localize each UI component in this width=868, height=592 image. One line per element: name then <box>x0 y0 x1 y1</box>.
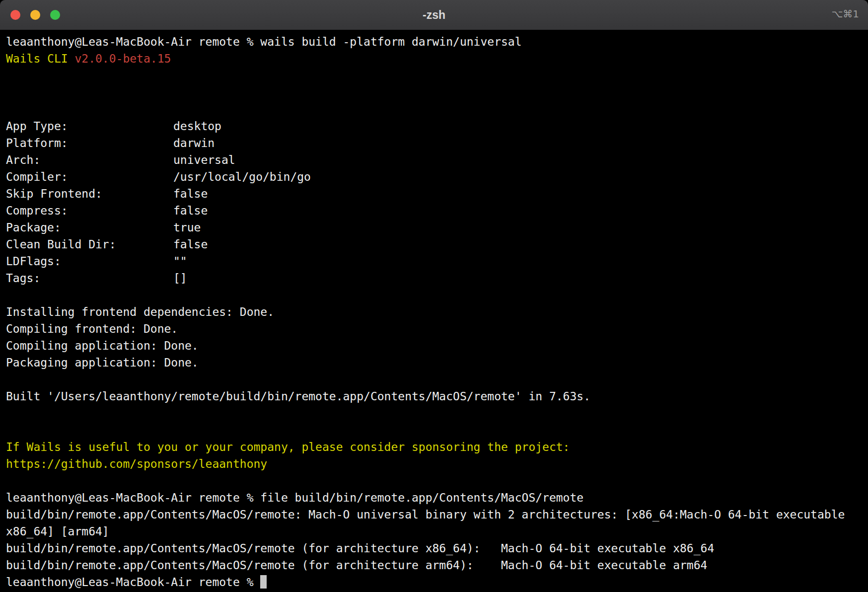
blank-line <box>6 405 862 422</box>
titlebar[interactable]: -zsh ⌥⌘1 <box>0 0 868 30</box>
zoom-button[interactable] <box>50 10 60 20</box>
config-value: [] <box>173 272 187 285</box>
blank-line <box>6 101 862 118</box>
config-row: Platform:darwin <box>6 135 862 151</box>
config-value: false <box>173 187 208 200</box>
config-label: Skip Frontend: <box>6 185 173 202</box>
blank-line <box>6 67 862 84</box>
blank-line <box>6 84 862 101</box>
wails-cli-label: Wails CLI <box>6 52 74 65</box>
config-row: Compress:false <box>6 202 862 219</box>
config-value: "" <box>173 255 187 268</box>
config-row: Skip Frontend:false <box>6 185 862 202</box>
config-label: Compiler: <box>6 168 173 185</box>
terminal-screen[interactable]: leaanthony@Leas-MacBook-Air remote % wai… <box>0 30 868 592</box>
build-step: Compiling frontend: Done. <box>6 320 862 337</box>
config-label: App Type: <box>6 118 173 135</box>
prompt-command-file: leaanthony@Leas-MacBook-Air remote % fil… <box>6 491 583 504</box>
config-label: LDFlags: <box>6 253 173 270</box>
sponsor-link[interactable]: https://github.com/sponsors/leaanthony <box>6 455 862 472</box>
build-result: Built '/Users/leaanthony/remote/build/bi… <box>6 388 862 405</box>
config-row: Arch:universal <box>6 151 862 168</box>
file-output-line: build/bin/remote.app/Contents/MacOS/remo… <box>6 557 862 574</box>
prompt-command-build: leaanthony@Leas-MacBook-Air remote % wai… <box>6 35 522 48</box>
minimize-button[interactable] <box>30 10 40 20</box>
build-step: Packaging application: Done. <box>6 354 862 371</box>
config-label: Clean Build Dir: <box>6 236 173 253</box>
blank-line <box>6 287 862 303</box>
file-output-line: build/bin/remote.app/Contents/MacOS/remo… <box>6 540 862 557</box>
close-button[interactable] <box>10 10 20 20</box>
config-value: true <box>173 221 201 234</box>
traffic-lights <box>10 10 60 20</box>
file-output-line: x86_64] [arm64] <box>6 523 862 540</box>
config-row: App Type:desktop <box>6 118 862 135</box>
config-value: desktop <box>173 120 221 133</box>
config-value: /usr/local/go/bin/go <box>173 170 311 183</box>
prompt-current: leaanthony@Leas-MacBook-Air remote % <box>6 576 260 589</box>
file-output-line: build/bin/remote.app/Contents/MacOS/remo… <box>6 506 862 523</box>
build-step: Compiling application: Done. <box>6 337 862 354</box>
config-label: Platform: <box>6 135 173 151</box>
terminal-line: Wails CLI v2.0.0-beta.15 <box>6 50 862 67</box>
config-label: Arch: <box>6 151 173 168</box>
terminal-line: leaanthony@Leas-MacBook-Air remote % <box>6 574 862 591</box>
window-title: -zsh <box>0 8 868 22</box>
terminal-line: leaanthony@Leas-MacBook-Air remote % wai… <box>6 33 862 50</box>
text-cursor[interactable] <box>260 575 267 589</box>
config-row: Tags:[] <box>6 270 862 287</box>
config-value: universal <box>173 153 235 166</box>
config-row: Clean Build Dir:false <box>6 236 862 253</box>
blank-line <box>6 371 862 388</box>
terminal-window: -zsh ⌥⌘1 leaanthony@Leas-MacBook-Air rem… <box>0 0 868 592</box>
sponsor-message: If Wails is useful to you or your compan… <box>6 439 862 455</box>
config-value: darwin <box>173 137 215 149</box>
config-value: false <box>173 238 208 251</box>
config-row: LDFlags:"" <box>6 253 862 270</box>
wails-cli-version: v2.0.0-beta.15 <box>74 52 171 65</box>
blank-line <box>6 472 862 489</box>
config-row: Compiler:/usr/local/go/bin/go <box>6 168 862 185</box>
config-value: false <box>173 204 208 217</box>
config-row: Package:true <box>6 219 862 236</box>
config-label: Package: <box>6 219 173 236</box>
blank-line <box>6 422 862 439</box>
terminal-line: leaanthony@Leas-MacBook-Air remote % fil… <box>6 489 862 506</box>
build-step: Installing frontend dependencies: Done. <box>6 303 862 320</box>
window-shortcut-badge: ⌥⌘1 <box>831 8 859 20</box>
config-label: Compress: <box>6 202 173 219</box>
config-label: Tags: <box>6 270 173 287</box>
